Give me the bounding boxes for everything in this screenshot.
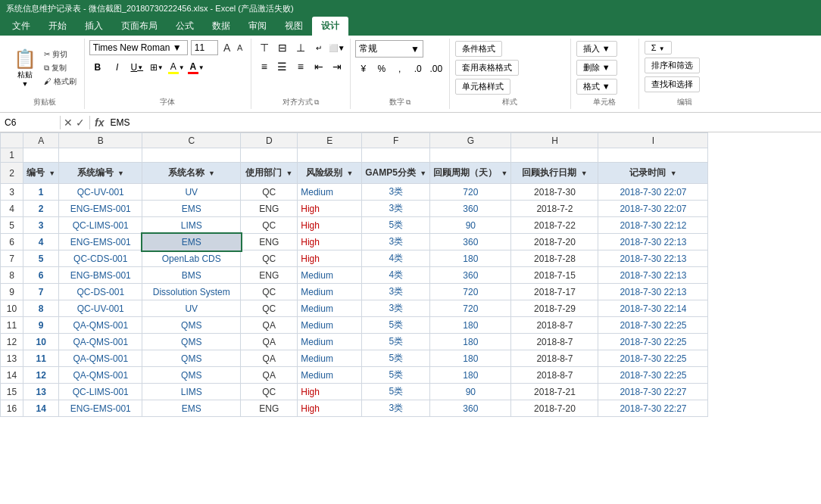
cell-period-1[interactable]: 360 — [430, 201, 511, 217]
header-id[interactable]: 编号 ▼ — [23, 163, 59, 184]
cell-id-12[interactable]: 13 — [23, 384, 59, 400]
cell-dept-5[interactable]: ENG — [241, 267, 298, 284]
cell-sysname-1[interactable]: EMS — [142, 201, 241, 217]
cell-reviewdate-7[interactable]: 2018-7-29 — [511, 300, 598, 317]
header-sys-name[interactable]: 系统名称 ▼ — [142, 163, 241, 184]
cell-recordtime-2[interactable]: 2018-7-30 22:12 — [598, 217, 708, 234]
cell-sysname-2[interactable]: LIMS — [142, 217, 241, 234]
tab-file[interactable]: 文件 — [3, 17, 39, 36]
cell-recordtime-13[interactable]: 2018-7-30 22:27 — [598, 400, 708, 417]
cell-gamp-4[interactable]: 4类 — [362, 250, 430, 267]
cell-reviewdate-11[interactable]: 2018-8-7 — [511, 367, 598, 384]
cell-sysname-8[interactable]: QMS — [142, 317, 241, 334]
cell-reviewdate-1[interactable]: 2018-7-2 — [511, 201, 598, 217]
cell-id-7[interactable]: 8 — [23, 300, 59, 317]
cell-id-8[interactable]: 9 — [23, 317, 59, 334]
merge-button[interactable]: ⬜▼ — [329, 40, 345, 55]
cell-sysname-10[interactable]: QMS — [142, 350, 241, 367]
cell-C1[interactable] — [142, 148, 241, 163]
fill-color-button[interactable]: A ▼ — [168, 59, 185, 76]
cell-period-2[interactable]: 90 — [430, 217, 511, 234]
cell-E1[interactable] — [298, 148, 362, 163]
format-cells-button[interactable]: 格式 ▼ — [576, 79, 617, 95]
cell-syscode-8[interactable]: QA-QMS-001 — [59, 317, 142, 334]
comma-button[interactable]: , — [392, 61, 408, 76]
col-C-header[interactable]: C — [142, 133, 241, 148]
align-center-button[interactable]: ☰ — [274, 59, 291, 74]
cell-id-5[interactable]: 6 — [23, 267, 59, 284]
cell-period-6[interactable]: 720 — [430, 284, 511, 300]
cell-period-7[interactable]: 720 — [430, 300, 511, 317]
align-middle-button[interactable]: ⊟ — [274, 40, 291, 55]
cell-gamp-2[interactable]: 5类 — [362, 217, 430, 234]
cell-reviewdate-5[interactable]: 2018-7-15 — [511, 267, 598, 284]
cell-recordtime-0[interactable]: 2018-7-30 22:07 — [598, 184, 708, 201]
cell-dept-1[interactable]: ENG — [241, 201, 298, 217]
cell-dept-0[interactable]: QC — [241, 184, 298, 201]
cell-reviewdate-10[interactable]: 2018-8-7 — [511, 350, 598, 367]
col-F-header[interactable]: F — [362, 133, 430, 148]
tab-page-layout[interactable]: 页面布局 — [112, 17, 167, 36]
font-size-input[interactable]: 11 — [191, 40, 218, 55]
formula-input[interactable] — [107, 116, 821, 129]
cell-risk-12[interactable]: High — [298, 384, 362, 400]
cell-recordtime-12[interactable]: 2018-7-30 22:27 — [598, 384, 708, 400]
cell-reviewdate-2[interactable]: 2018-7-22 — [511, 217, 598, 234]
cell-sysname-6[interactable]: Dissolution System — [142, 284, 241, 300]
delete-cells-button[interactable]: 删除 ▼ — [576, 60, 617, 76]
cell-id-0[interactable]: 1 — [23, 184, 59, 201]
col-E-header[interactable]: E — [298, 133, 362, 148]
cell-syscode-13[interactable]: ENG-EMS-001 — [59, 400, 142, 417]
paste-button[interactable]: 📋 粘贴 ▼ — [11, 47, 39, 89]
align-left-button[interactable]: ≡ — [256, 59, 273, 74]
cell-id-13[interactable]: 14 — [23, 400, 59, 417]
tab-review[interactable]: 审阅 — [239, 17, 276, 36]
number-expand-button[interactable]: ⧉ — [406, 98, 410, 107]
cell-sysname-13[interactable]: EMS — [142, 400, 241, 417]
header-risk[interactable]: 风险级别 ▼ — [298, 163, 362, 184]
cell-dept-9[interactable]: QA — [241, 334, 298, 350]
cell-gamp-6[interactable]: 3类 — [362, 284, 430, 300]
increase-decimal-button[interactable]: .00 — [428, 61, 445, 76]
cell-id-1[interactable]: 2 — [23, 201, 59, 217]
cell-sysname-0[interactable]: UV — [142, 184, 241, 201]
tab-view[interactable]: 视图 — [276, 17, 312, 36]
cell-gamp-11[interactable]: 5类 — [362, 367, 430, 384]
cell-gamp-12[interactable]: 5类 — [362, 384, 430, 400]
cell-syscode-7[interactable]: QC-UV-001 — [59, 300, 142, 317]
wrap-text-button[interactable]: ↵ — [311, 40, 327, 55]
header-gamp[interactable]: GAMP5分类 ▼ — [362, 163, 430, 184]
font-name-selector[interactable]: Times New Roman ▼ — [89, 40, 188, 55]
cell-id-10[interactable]: 11 — [23, 350, 59, 367]
header-period[interactable]: 回顾周期（天） ▼ — [430, 163, 511, 184]
cell-recordtime-7[interactable]: 2018-7-30 22:14 — [598, 300, 708, 317]
cell-gamp-8[interactable]: 5类 — [362, 317, 430, 334]
cell-risk-5[interactable]: Medium — [298, 267, 362, 284]
cell-gamp-7[interactable]: 3类 — [362, 300, 430, 317]
cell-gamp-0[interactable]: 3类 — [362, 184, 430, 201]
cell-period-4[interactable]: 180 — [430, 250, 511, 267]
format-painter-button[interactable]: 🖌 格式刷 — [41, 76, 80, 88]
sort-filter-button[interactable]: 排序和筛选 — [645, 58, 700, 73]
cell-risk-11[interactable]: Medium — [298, 367, 362, 384]
cell-reviewdate-0[interactable]: 2018-7-30 — [511, 184, 598, 201]
col-D-header[interactable]: D — [241, 133, 298, 148]
cell-reference-box[interactable]: C6 — [0, 116, 61, 129]
header-dept[interactable]: 使用部门 ▼ — [241, 163, 298, 184]
cell-reviewdate-12[interactable]: 2018-7-21 — [511, 384, 598, 400]
col-G-header[interactable]: G — [430, 133, 511, 148]
cell-period-5[interactable]: 360 — [430, 267, 511, 284]
cell-reviewdate-13[interactable]: 2018-7-20 — [511, 400, 598, 417]
cancel-formula-icon[interactable]: ✕ — [64, 117, 73, 129]
cell-period-8[interactable]: 180 — [430, 317, 511, 334]
cell-dept-8[interactable]: QA — [241, 317, 298, 334]
decrease-decimal-button[interactable]: .0 — [410, 61, 426, 76]
tab-formula[interactable]: 公式 — [167, 17, 203, 36]
border-button[interactable]: ⊞ ▼ — [148, 59, 165, 76]
alignment-expand-button[interactable]: ⧉ — [314, 98, 319, 107]
cell-risk-9[interactable]: Medium — [298, 334, 362, 350]
cell-gamp-1[interactable]: 3类 — [362, 201, 430, 217]
font-color-button[interactable]: A ▼ — [188, 59, 204, 76]
format-as-table-button[interactable]: 套用表格格式 — [455, 60, 519, 76]
cell-B1[interactable] — [59, 148, 142, 163]
